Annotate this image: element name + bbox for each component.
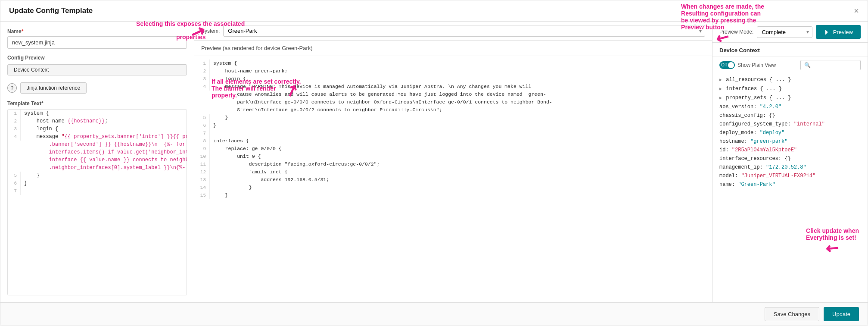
device-context-button[interactable]: Device Context xyxy=(7,64,187,75)
toggle-off-label: Off xyxy=(721,63,727,67)
modal-header: Update Config Template × xyxy=(0,0,868,22)
plain-view-label: Show Plain View xyxy=(737,62,776,68)
tree-item-interface-resources: interface_resources: {} xyxy=(719,154,861,163)
tree-item-hostname: hostname: "green-park" xyxy=(719,137,861,146)
toggle-knob xyxy=(728,62,734,68)
left-panel: Name* Config Preview Device Context ? Ji… xyxy=(0,22,194,302)
modal-footer: Save Changes Update xyxy=(0,302,868,326)
preview-mode-label: Preview Mode: xyxy=(719,29,753,35)
tree-item[interactable]: ▶ property_sets { ... } xyxy=(719,94,861,103)
tree-item-system-type: configured_system_type: "internal" xyxy=(719,120,861,129)
modal: Update Config Template × Name* Config Pr… xyxy=(0,0,868,326)
device-context-search[interactable] xyxy=(800,60,861,70)
name-label: Name* xyxy=(7,28,187,34)
device-context-title: Device Context xyxy=(712,43,868,56)
tree-item[interactable]: ▶ all_resources { ... } xyxy=(719,75,861,85)
close-button[interactable]: × xyxy=(854,6,859,15)
device-context-toolbar: Off Show Plain View xyxy=(712,56,868,74)
save-changes-button[interactable]: Save Changes xyxy=(765,307,819,321)
system-select-wrap: Green-Park ▾ xyxy=(223,25,705,37)
tree-item[interactable]: ▶ interfaces { ... } xyxy=(719,85,861,94)
search-wrap xyxy=(800,60,861,70)
tree-item-deploy-mode: deploy_mode: "deploy" xyxy=(719,129,861,137)
system-select[interactable]: Green-Park xyxy=(223,25,705,37)
preview-button[interactable]: ⏵ Preview xyxy=(816,25,861,39)
preview-btn-icon: ⏵ xyxy=(824,28,831,36)
preview-header: Preview (as rendered for device Green-Pa… xyxy=(194,41,712,56)
config-preview-label: Config Preview xyxy=(7,55,187,61)
preview-code: 1system { 2 host-name green-park; 3 logi… xyxy=(194,56,712,203)
right-panel: Preview Mode: Complete Partial ▾ ⏵ Previ… xyxy=(712,22,868,302)
jinja-function-reference-button[interactable]: Jinja function reference xyxy=(20,82,87,94)
toggle-wrap: Off Show Plain View xyxy=(719,61,776,69)
tree-item-id: id: "2R5aPlO4mYal5KptoeE" xyxy=(719,146,861,154)
modal-body: Name* Config Preview Device Context ? Ji… xyxy=(0,22,868,302)
name-input[interactable] xyxy=(7,36,187,49)
tree-item-name: name: "Green-Park" xyxy=(719,180,861,189)
system-label: System: xyxy=(201,28,220,34)
help-button[interactable]: ? xyxy=(7,83,17,93)
tree-item-chassis: chassis_config: {} xyxy=(719,111,861,120)
preview-mode-select[interactable]: Complete Partial xyxy=(757,26,812,38)
preview-content-area: Preview (as rendered for device Green-Pa… xyxy=(194,41,712,302)
middle-panel: System: Green-Park ▾ Preview (as rendere… xyxy=(194,22,712,302)
preview-btn-label: Preview xyxy=(833,29,853,35)
tree-item-aos-version: aos_version: "4.2.0" xyxy=(719,103,861,111)
tree-item-management-ip: management_ip: "172.20.52.8" xyxy=(719,163,861,172)
middle-top-bar: System: Green-Park ▾ xyxy=(194,22,712,41)
jinja-ref-row: ? Jinja function reference xyxy=(7,82,187,94)
tree-item-model: model: "Juniper_VIRTUAL-EX9214" xyxy=(719,172,861,180)
template-text-label: Template Text* xyxy=(7,100,187,107)
template-text-editor[interactable]: 1system { 2 host-name {{hostname}}; 3 lo… xyxy=(7,109,187,295)
device-context-tree: ▶ all_resources { ... } ▶ interfaces { .… xyxy=(712,74,868,302)
preview-mode-wrap: Complete Partial ▾ xyxy=(757,26,812,38)
plain-view-toggle[interactable]: Off xyxy=(719,61,735,69)
update-button[interactable]: Update xyxy=(824,307,859,321)
modal-title: Update Config Template xyxy=(9,6,93,15)
right-top-bar: Preview Mode: Complete Partial ▾ ⏵ Previ… xyxy=(712,22,868,43)
